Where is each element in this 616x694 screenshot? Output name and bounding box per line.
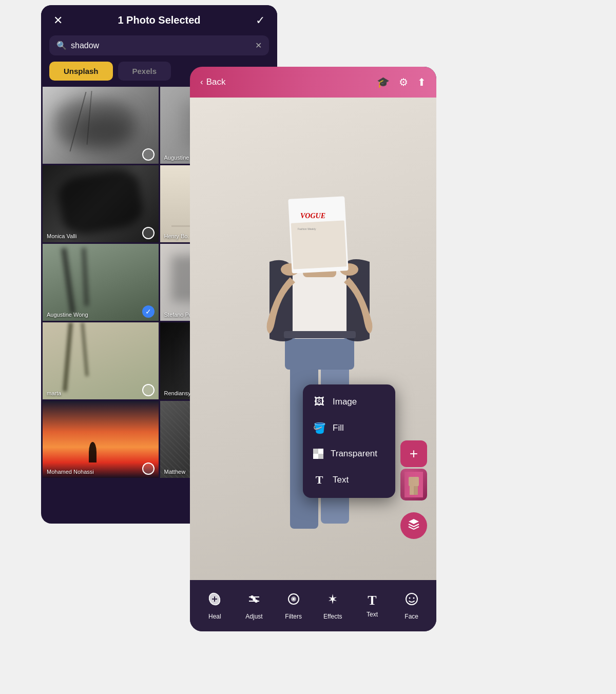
heal-label: Heal — [208, 613, 221, 620]
tool-text[interactable]: T Text — [353, 593, 392, 618]
editor-header: ‹ Back 🎓 ⚙ ⬆ — [190, 67, 436, 98]
layers-button[interactable] — [400, 512, 427, 539]
list-item[interactable] — [43, 87, 159, 164]
image-icon: 🖼 — [313, 396, 325, 408]
share-icon[interactable]: ⬆ — [417, 76, 426, 88]
photo-author-label: marta — [47, 390, 61, 396]
clear-search-icon[interactable]: ✕ — [255, 41, 262, 50]
selection-count: 1 Photo Selected — [118, 14, 200, 26]
bottom-toolbar: Heal Adjust Fi — [190, 580, 436, 631]
dropdown-item-image[interactable]: 🖼 Image — [303, 389, 395, 415]
face-icon — [405, 592, 419, 610]
add-element-button[interactable]: + — [400, 440, 427, 467]
tab-unsplash[interactable]: Unsplash — [49, 62, 113, 81]
layer-thumbnail[interactable] — [400, 469, 427, 500]
background-dropdown: 🖼 Image 🪣 Fill Transparent T Text — [303, 384, 395, 498]
canvas-area: VOGUE Fashion Weekly 🖼 Image 🪣 Fill — [190, 98, 436, 580]
photo-author-label: Augustine Wong — [47, 312, 88, 318]
effects-icon — [325, 592, 340, 610]
photo-author-label: Mohamed Nohassi — [47, 469, 94, 475]
tool-effects[interactable]: Effects — [313, 592, 353, 620]
svg-rect-2 — [285, 334, 354, 370]
thumbnail-image — [400, 469, 427, 500]
back-label: Back — [206, 77, 226, 87]
text-tool-icon: T — [368, 593, 376, 608]
svg-point-27 — [406, 593, 417, 605]
search-input[interactable] — [71, 41, 251, 50]
dropdown-item-fill[interactable]: 🪣 Fill — [303, 415, 395, 441]
svg-text:VOGUE: VOGUE — [300, 212, 325, 220]
tool-heal[interactable]: Heal — [195, 592, 235, 620]
svg-point-26 — [293, 598, 295, 600]
dropdown-fill-label: Fill — [333, 423, 344, 433]
face-label: Face — [405, 613, 418, 620]
list-item[interactable]: Augustine Wong ✓ — [43, 244, 159, 321]
list-item[interactable]: Monica Valli — [43, 165, 159, 242]
select-circle[interactable] — [142, 462, 155, 475]
search-bar: 🔍 ✕ — [49, 35, 269, 55]
search-icon: 🔍 — [56, 41, 67, 50]
tool-filters[interactable]: Filters — [274, 592, 313, 620]
fill-icon: 🪣 — [313, 422, 325, 434]
dropdown-item-text[interactable]: T Text — [303, 466, 395, 494]
tool-adjust[interactable]: Adjust — [235, 592, 274, 620]
learn-icon[interactable]: 🎓 — [377, 76, 390, 88]
dropdown-item-transparent[interactable]: Transparent — [303, 441, 395, 466]
back-button[interactable]: ‹ Back — [200, 77, 225, 87]
text-label: Text — [367, 611, 378, 618]
svg-rect-15 — [409, 477, 419, 486]
svg-rect-3 — [293, 267, 346, 339]
select-circle[interactable] — [142, 384, 155, 396]
photo-author-label: Matthew — [164, 469, 186, 475]
transparent-icon — [313, 449, 323, 459]
adjust-label: Adjust — [245, 613, 262, 620]
left-header: ✕ 1 Photo Selected ✓ — [41, 5, 277, 35]
select-circle[interactable] — [142, 227, 155, 239]
svg-point-23 — [255, 600, 258, 603]
list-item[interactable]: marta — [43, 322, 159, 399]
list-item[interactable]: Mohamed Nohassi — [43, 401, 159, 478]
select-circle[interactable] — [142, 148, 155, 161]
tool-face[interactable]: Face — [392, 592, 431, 620]
adjust-icon — [247, 592, 261, 610]
svg-point-29 — [413, 597, 414, 599]
heal-icon — [207, 592, 222, 610]
effects-label: Effects — [323, 613, 342, 620]
dropdown-text-label: Text — [333, 475, 349, 485]
filters-icon — [286, 592, 301, 610]
svg-point-22 — [251, 595, 254, 599]
svg-point-28 — [409, 597, 410, 599]
dropdown-image-label: Image — [333, 397, 357, 407]
layers-icon — [408, 518, 420, 533]
tab-pexels[interactable]: Pexels — [118, 62, 171, 81]
chevron-left-icon: ‹ — [200, 77, 203, 87]
dropdown-transparent-label: Transparent — [331, 449, 377, 459]
close-button[interactable]: ✕ — [53, 15, 63, 26]
panel-title: 1 Photo Selected — [63, 14, 256, 26]
confirm-button[interactable]: ✓ — [256, 15, 265, 26]
plus-icon: + — [410, 446, 418, 462]
settings-icon[interactable]: ⚙ — [399, 76, 408, 88]
photo-author-label: Monica Valli — [47, 233, 77, 239]
fashion-photo: VOGUE Fashion Weekly — [190, 98, 436, 580]
svg-text:Fashion Weekly: Fashion Weekly — [298, 227, 316, 230]
header-icons: 🎓 ⚙ ⬆ — [377, 76, 426, 88]
select-circle-checked[interactable]: ✓ — [142, 305, 155, 318]
filters-label: Filters — [285, 613, 302, 620]
text-type-icon: T — [313, 473, 325, 487]
editor-panel: ‹ Back 🎓 ⚙ ⬆ — [190, 67, 436, 631]
fashion-figure-svg: VOGUE Fashion Weekly — [190, 98, 436, 580]
photo-author-label: Henry Bo. — [164, 233, 189, 239]
svg-rect-11 — [284, 331, 356, 338]
